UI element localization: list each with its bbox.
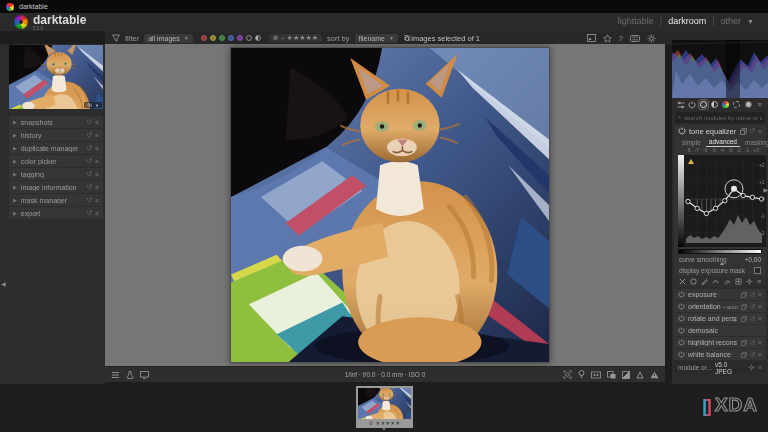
color-label-dot-3[interactable] — [228, 35, 234, 41]
rating-filter[interactable]: ⊗ − ★★★★★ — [269, 34, 322, 42]
right-panel-collapse-icon[interactable]: ▶ — [763, 186, 768, 193]
view-darkroom[interactable]: darkroom — [668, 16, 706, 26]
blend-menu-icon[interactable]: ≡ — [757, 278, 761, 285]
processing-module[interactable]: exposure ↺ ≡ — [674, 289, 766, 300]
view-other[interactable]: other — [721, 16, 742, 26]
color-label-dot-2[interactable] — [219, 35, 225, 41]
multi-instance-icon[interactable] — [741, 316, 747, 322]
effect-group-icon[interactable] — [744, 100, 753, 109]
color-label-dot-5[interactable] — [246, 35, 252, 41]
left-panel-module[interactable]: ▶ image information ↺ ≡ — [9, 181, 103, 193]
presets-icon[interactable]: ≡ — [758, 351, 762, 358]
color-label-dot-6[interactable] — [255, 35, 261, 41]
filmstrip-thumbnail[interactable]: ⊘ ★★★★★ — [356, 386, 413, 428]
tone-equalizer-header[interactable]: tone equalizer ↺ ≡ — [674, 125, 766, 137]
tone-equalizer-graph[interactable]: +2+10-1-2 — [678, 155, 766, 247]
groups-presets-icon[interactable]: ≡ — [755, 100, 764, 109]
left-panel-collapse-icon[interactable]: ◀ — [1, 280, 6, 287]
histogram-scope[interactable] — [672, 40, 768, 98]
module-power-icon[interactable] — [678, 127, 686, 135]
thumbnail-stars[interactable]: ★★★★★ — [375, 420, 400, 426]
presets-icon[interactable]: ≡ — [758, 128, 762, 135]
left-panel-module[interactable]: ▶ snapshots ↺ ≡ — [9, 116, 103, 128]
active-modules-group-icon[interactable] — [687, 100, 696, 109]
color-label-filters[interactable] — [201, 35, 261, 41]
main-image[interactable] — [230, 47, 550, 363]
presets-icon[interactable]: ≡ — [758, 291, 762, 298]
module-power-icon[interactable] — [678, 315, 685, 322]
preferences-gear-icon[interactable] — [647, 34, 656, 43]
presets-icon[interactable]: ≡ — [95, 197, 99, 204]
darkroom-canvas[interactable] — [105, 44, 665, 366]
zoom-level-dropdown[interactable]: fit▼ — [84, 102, 102, 108]
multi-instance-icon[interactable] — [740, 128, 747, 135]
processing-module[interactable]: orientation • auto ↺ ≡ — [674, 301, 766, 312]
tab-simple[interactable]: simple — [679, 139, 704, 147]
presets-icon[interactable]: ≡ — [95, 158, 99, 165]
presets-icon[interactable]: ≡ — [758, 315, 762, 322]
star-rating-filter[interactable]: ★★★★★ — [287, 34, 318, 42]
multi-instance-icon[interactable] — [741, 340, 747, 346]
views-dropdown-icon[interactable]: ▼ — [747, 18, 754, 25]
navigation-thumbnail[interactable]: fit▼ — [9, 45, 103, 109]
module-power-icon[interactable] — [678, 351, 685, 358]
presets-icon[interactable]: ≡ — [758, 303, 762, 310]
drawn-mask-icon[interactable] — [701, 278, 708, 285]
module-power-icon[interactable] — [678, 339, 685, 346]
module-search-input[interactable] — [684, 115, 762, 121]
reset-icon[interactable]: ↺ — [750, 351, 755, 359]
filter-scope-dropdown[interactable]: all images▼ — [144, 34, 192, 43]
module-power-icon[interactable] — [678, 291, 685, 298]
bottom-panel-collapse-icon[interactable]: ▼ — [381, 426, 387, 432]
reset-icon[interactable]: ↺ — [750, 303, 755, 311]
presets-icon[interactable]: ≡ — [95, 210, 99, 217]
shortcuts-keyboard-icon[interactable] — [630, 35, 640, 42]
presets-icon[interactable]: ≡ — [95, 184, 99, 191]
reject-filter-icon[interactable]: ⊗ — [273, 34, 279, 42]
color-label-dot-0[interactable] — [201, 35, 207, 41]
tab-masking[interactable]: masking — [742, 139, 768, 147]
multi-instance-icon[interactable] — [741, 352, 747, 358]
reset-icon[interactable]: ↺ — [87, 196, 92, 204]
star-icon[interactable] — [603, 34, 612, 43]
reset-icon[interactable]: ↺ — [87, 144, 92, 152]
multi-instance-icon[interactable] — [741, 292, 747, 298]
left-panel-module[interactable]: ▶ duplicate manager ↺ ≡ — [9, 142, 103, 154]
reset-icon[interactable]: ↺ — [87, 183, 92, 191]
quick-access-sliders-icon[interactable] — [676, 100, 685, 109]
color-group-icon[interactable] — [721, 100, 730, 109]
reject-icon[interactable]: ⊘ — [369, 420, 374, 426]
processing-module[interactable]: demosaic ↺ ≡ — [674, 325, 766, 336]
presets-icon[interactable]: ≡ — [758, 339, 762, 346]
reset-icon[interactable]: ↺ — [750, 315, 755, 323]
correct-group-icon[interactable] — [732, 100, 741, 109]
tone-group-icon[interactable] — [710, 100, 719, 109]
processing-module[interactable]: white balance ↺ ≡ — [674, 349, 766, 360]
left-panel-module[interactable]: ▶ history ↺ ≡ — [9, 129, 103, 141]
module-order-row[interactable]: module or... v5.0 JPEG ≡ — [674, 362, 766, 373]
filmstrip[interactable]: ⊘ ★★★★★ ▼ [ ] XDA — [0, 384, 768, 432]
reset-icon[interactable]: ↺ — [750, 339, 755, 347]
blend-off-icon[interactable] — [679, 278, 686, 285]
drawn-parametric-mask-icon[interactable] — [724, 278, 731, 285]
reset-icon[interactable]: ↺ — [87, 131, 92, 139]
basic-group-icon[interactable] — [699, 100, 708, 109]
left-panel-module[interactable]: ▶ color picker ↺ ≡ — [9, 155, 103, 167]
display-mask-checkbox[interactable] — [754, 267, 761, 274]
left-panel-module[interactable]: ▶ tagging ↺ ≡ — [9, 168, 103, 180]
presets-icon[interactable]: ≡ — [95, 171, 99, 178]
processing-module[interactable]: highlight reconstru... ↺ ≡ — [674, 337, 766, 348]
reset-icon[interactable]: ↺ — [750, 291, 755, 299]
tab-advanced[interactable]: advanced — [706, 138, 740, 147]
color-label-dot-1[interactable] — [210, 35, 216, 41]
multi-instance-icon[interactable] — [741, 304, 747, 310]
presets-icon[interactable]: ≡ — [95, 145, 99, 152]
gear-icon[interactable] — [748, 364, 755, 371]
parametric-mask-icon[interactable] — [712, 278, 719, 285]
view-lighttable[interactable]: lighttable — [618, 16, 654, 26]
left-panel-module[interactable]: ▶ export ↺ ≡ — [9, 207, 103, 219]
processing-module[interactable]: rotate and perspec... ↺ ≡ — [674, 313, 766, 324]
blend-gear-icon[interactable] — [746, 278, 753, 285]
thumbnail-overlays-icon[interactable] — [587, 34, 596, 42]
blend-uniform-icon[interactable] — [690, 278, 697, 285]
